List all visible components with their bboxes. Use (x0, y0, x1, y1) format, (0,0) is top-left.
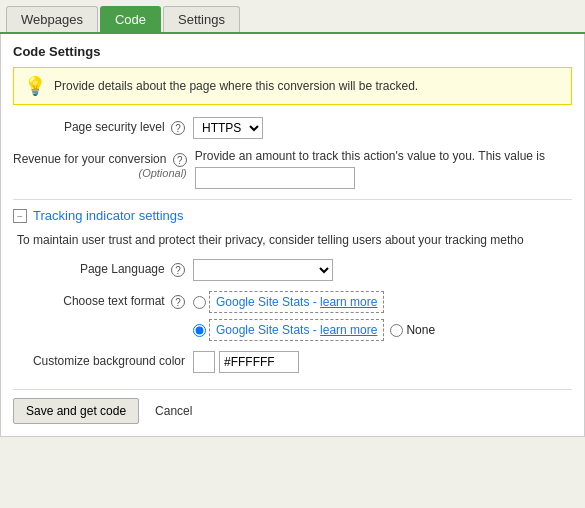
text-format-radio-3[interactable] (390, 324, 403, 337)
learn-more-link-1[interactable]: learn more (320, 295, 377, 309)
save-and-get-code-button[interactable]: Save and get code (13, 398, 139, 424)
tab-bar: Webpages Code Settings (0, 0, 585, 34)
revenue-row: Revenue for your conversion ? (Optional)… (13, 149, 572, 189)
revenue-help-icon[interactable]: ? (173, 153, 187, 167)
color-hex-input[interactable]: #FFFFFF (219, 351, 299, 373)
revenue-input[interactable] (195, 167, 355, 189)
page-language-select[interactable] (193, 259, 333, 281)
text-format-option-1[interactable]: Google Site Stats - learn more (193, 291, 384, 313)
page-language-row: Page Language ? (13, 259, 572, 281)
choose-text-format-row: Choose text format ? Google Site Stats -… (13, 291, 572, 341)
text-format-radio-1[interactable] (193, 296, 206, 309)
tracking-description: To maintain user trust and protect their… (13, 231, 572, 249)
section-title: Code Settings (13, 44, 572, 59)
revenue-label: Revenue for your conversion (13, 152, 166, 166)
learn-more-link-2[interactable]: learn more (320, 323, 377, 337)
page-security-select[interactable]: HTTP HTTPS (193, 117, 263, 139)
text-format-radio-2[interactable] (193, 324, 206, 337)
tab-settings[interactable]: Settings (163, 6, 240, 32)
choose-text-format-label: Choose text format (63, 294, 164, 308)
page-security-label: Page security level (64, 120, 165, 134)
tracking-indicator-header[interactable]: − Tracking indicator settings (13, 208, 572, 223)
text-format-label-2: Google Site Stats - learn more (209, 319, 384, 341)
main-content: Code Settings 💡 Provide details about th… (0, 34, 585, 437)
collapse-icon: − (13, 209, 27, 223)
warning-text: Provide details about the page where thi… (54, 79, 418, 93)
warning-banner: 💡 Provide details about the page where t… (13, 67, 572, 105)
tracking-indicator-title: Tracking indicator settings (33, 208, 184, 223)
text-format-option-3[interactable]: None (390, 323, 435, 337)
text-format-label-1: Google Site Stats - learn more (209, 291, 384, 313)
cancel-button[interactable]: Cancel (147, 399, 200, 423)
text-format-label-3: None (406, 323, 435, 337)
warning-icon: 💡 (24, 75, 46, 97)
tab-code[interactable]: Code (100, 6, 161, 32)
page-language-label: Page Language (80, 262, 165, 276)
page-security-row: Page security level ? HTTP HTTPS (13, 117, 572, 139)
text-format-option-2[interactable]: Google Site Stats - learn more (193, 319, 384, 341)
page-language-help-icon[interactable]: ? (171, 263, 185, 277)
text-format-radio-group: Google Site Stats - learn more Google Si… (193, 291, 572, 341)
page-security-help-icon[interactable]: ? (171, 121, 185, 135)
customize-bg-label: Customize background color (33, 354, 185, 368)
tab-webpages[interactable]: Webpages (6, 6, 98, 32)
choose-text-format-help-icon[interactable]: ? (171, 295, 185, 309)
revenue-sublabel: (Optional) (13, 167, 187, 179)
color-swatch[interactable] (193, 351, 215, 373)
button-row: Save and get code Cancel (13, 389, 572, 424)
customize-bg-row: Customize background color #FFFFFF (13, 351, 572, 373)
tracking-indicator-section: − Tracking indicator settings To maintai… (13, 199, 572, 373)
revenue-description: Provide an amount to track this action's… (195, 149, 572, 163)
